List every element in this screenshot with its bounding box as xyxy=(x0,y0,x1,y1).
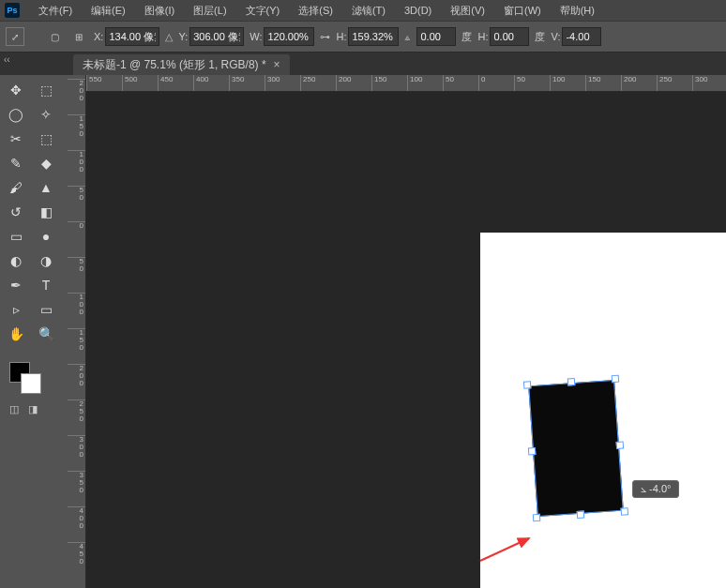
ruler-tool[interactable]: ◆ xyxy=(32,152,60,174)
quickmask-icon[interactable]: ◫ xyxy=(9,403,19,415)
menu-type[interactable]: 文字(Y) xyxy=(236,1,290,21)
horizontal-ruler: 5505004504003503002502001501005005010015… xyxy=(86,75,726,92)
history-brush-tool[interactable]: ↺ xyxy=(2,201,30,223)
handle-mid-right[interactable] xyxy=(616,441,625,449)
stamp-tool[interactable]: ▲ xyxy=(32,176,60,199)
sponge-tool[interactable]: ◑ xyxy=(32,249,60,272)
close-tab-icon[interactable]: × xyxy=(274,58,280,71)
handle-bottom-mid[interactable] xyxy=(577,511,585,520)
menu-layer[interactable]: 图层(L) xyxy=(184,1,235,21)
ruler-tick: 50 xyxy=(443,75,454,91)
menu-3d[interactable]: 3D(D) xyxy=(395,2,441,19)
transform-tool-icon[interactable]: ⤢ xyxy=(6,27,24,46)
screenmode-icon[interactable]: ◨ xyxy=(28,403,38,415)
ruler-tick: 350 xyxy=(229,75,244,91)
rotate-input[interactable] xyxy=(416,27,456,46)
canvas-column: 5505004504003503002502001501005005010015… xyxy=(86,75,726,588)
ruler-tick: 0 xyxy=(478,75,485,91)
menu-file[interactable]: 文件(F) xyxy=(29,1,82,21)
ruler-tick: 150 xyxy=(68,114,85,138)
handle-top-left[interactable] xyxy=(523,381,532,389)
menu-filter[interactable]: 滤镜(T) xyxy=(342,1,395,21)
ruler-tick: 100 xyxy=(68,293,85,316)
menu-window[interactable]: 窗口(W) xyxy=(494,1,551,21)
reference-grid-icon[interactable]: ⊞ xyxy=(69,27,88,46)
ruler-tick: 150 xyxy=(68,328,85,352)
reference-point-icon[interactable]: ▢ xyxy=(45,27,64,46)
ruler-tick: 350 xyxy=(68,471,85,494)
angle-value: -4.0° xyxy=(649,483,671,494)
ruler-tick: 150 xyxy=(371,75,386,91)
ruler-tick: 400 xyxy=(68,506,85,530)
vertical-ruler: 20015010050050100150200250300350400450 xyxy=(68,75,86,588)
ruler-tick: 500 xyxy=(122,75,137,91)
ruler-tick: 50 xyxy=(68,186,85,202)
skew-h-label: H: xyxy=(477,31,488,42)
handle-bottom-right[interactable] xyxy=(621,507,629,516)
handle-top-mid[interactable] xyxy=(567,378,576,386)
dodge-tool[interactable]: ◐ xyxy=(2,249,30,272)
menu-image[interactable]: 图像(I) xyxy=(135,1,184,21)
canvas[interactable]: ⦣ -4.0° xyxy=(86,92,726,588)
move-tool[interactable]: ✥ xyxy=(2,79,30,101)
width-field: W: xyxy=(250,27,314,46)
ruler-tick: 50 xyxy=(514,75,525,91)
rectangle-tool[interactable]: ▭ xyxy=(32,298,60,321)
delta-icon[interactable]: △ xyxy=(165,31,173,43)
handle-top-right[interactable] xyxy=(612,375,620,384)
handle-mid-left[interactable] xyxy=(528,447,537,456)
background-swatch[interactable] xyxy=(21,373,41,394)
w-input[interactable] xyxy=(264,27,314,46)
menu-select[interactable]: 选择(S) xyxy=(289,1,342,21)
link-icon[interactable]: ⊶ xyxy=(320,31,330,43)
skew-h-field: H: xyxy=(477,27,529,46)
color-swatches[interactable] xyxy=(2,360,62,396)
blur-tool[interactable]: ● xyxy=(32,225,60,248)
gradient-tool[interactable]: ▭ xyxy=(2,225,30,248)
path-select-tool[interactable]: ▹ xyxy=(2,298,30,321)
ruler-tick: 200 xyxy=(68,364,85,387)
expand-icon[interactable]: ‹‹ xyxy=(4,54,10,65)
h-input[interactable] xyxy=(348,27,399,46)
handle-bottom-left[interactable] xyxy=(533,514,541,522)
x-label: X: xyxy=(94,31,103,42)
pen-tool[interactable]: ✒ xyxy=(2,274,30,296)
rectangle-shape[interactable] xyxy=(528,380,624,517)
menu-help[interactable]: 帮助(H) xyxy=(551,1,604,21)
skew-h-input[interactable] xyxy=(490,27,529,46)
skew-v-input[interactable] xyxy=(562,27,601,46)
ruler-tick: 100 xyxy=(550,75,565,91)
height-field: H: xyxy=(336,27,399,46)
menu-edit[interactable]: 编辑(E) xyxy=(82,1,135,21)
hand-tool[interactable]: ✋ xyxy=(2,323,30,345)
document-tab[interactable]: 未标题-1 @ 75.1% (矩形 1, RGB/8) * × xyxy=(73,54,290,75)
zoom-tool[interactable]: 🔍 xyxy=(32,323,60,345)
rotate-unit: 度 xyxy=(461,30,472,44)
brush-tool[interactable]: 🖌 xyxy=(2,176,30,199)
ruler-tick: 250 xyxy=(68,400,85,423)
rotate-icon: ⟁ xyxy=(404,31,411,42)
magic-wand-tool[interactable]: ✧ xyxy=(32,103,60,126)
y-input[interactable] xyxy=(189,27,244,46)
menu-view[interactable]: 视图(V) xyxy=(441,1,494,21)
type-tool[interactable]: T xyxy=(32,274,60,296)
lasso-tool[interactable]: ◯ xyxy=(2,103,30,126)
app-logo: Ps xyxy=(5,3,20,18)
artboard-tool[interactable]: ⬚ xyxy=(32,79,60,101)
ruler-tick: 550 xyxy=(86,75,101,91)
eraser-tool[interactable]: ◧ xyxy=(32,201,60,223)
angle-tooltip: ⦣ -4.0° xyxy=(632,480,679,498)
ruler-tick: 450 xyxy=(158,75,173,91)
options-bar: ⤢ ▢ ⊞ X: △ Y: W: ⊶ H: ⟁ 度 H: 度 V: xyxy=(0,21,726,53)
ruler-tick: 0 xyxy=(68,221,85,230)
annotation-arrow xyxy=(480,535,537,553)
x-input[interactable] xyxy=(105,27,159,46)
ruler-tick: 250 xyxy=(657,75,672,91)
frame-tool[interactable]: ⬚ xyxy=(32,128,60,150)
document-tab-bar: 未标题-1 @ 75.1% (矩形 1, RGB/8) * × xyxy=(0,53,726,75)
crop-tool[interactable]: ✂ xyxy=(2,128,30,150)
ruler-tick: 450 xyxy=(68,542,85,565)
transform-bounding-box[interactable] xyxy=(528,380,624,517)
eyedropper-tool[interactable]: ✎ xyxy=(2,152,30,174)
position-y-field: Y: xyxy=(178,27,244,46)
